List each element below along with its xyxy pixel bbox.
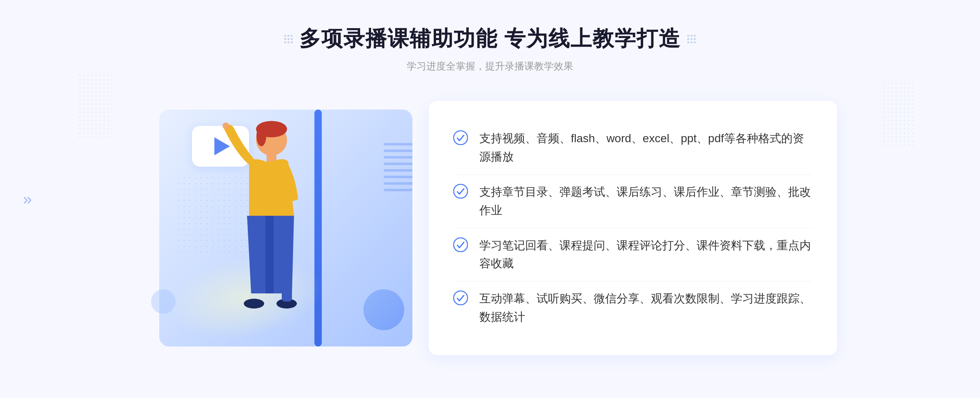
svg-point-11 [454,238,468,252]
svg-point-6 [244,299,264,309]
features-panel: 支持视频、音频、flash、word、excel、ppt、pdf等各种格式的资源… [429,101,837,355]
page-container: 多项录播课辅助功能 专为线上教学打造 学习进度全掌握，提升录播课教学效果 » [0,0,980,398]
feature-text-4: 互动弹幕、试听购买、微信分享、观看次数限制、学习进度跟踪、数据统计 [479,290,813,326]
svg-point-2 [256,126,266,146]
stripe-decoration [384,142,412,191]
svg-point-9 [454,131,468,145]
feature-text-3: 学习笔记回看、课程提问、课程评论打分、课件资料下载，重点内容收藏 [479,237,813,273]
svg-point-10 [454,184,468,198]
feature-item-3: 学习笔记回看、课程提问、课程评论打分、课件资料下载，重点内容收藏 [453,228,813,282]
header-dots-left [284,35,293,43]
svg-point-4 [223,123,229,129]
feature-item-1: 支持视频、音频、flash、word、excel、ppt、pdf等各种格式的资源… [453,121,813,175]
circle-large-deco [363,289,404,330]
check-icon-1 [453,130,468,145]
page-header: 多项录播课辅助功能 专为线上教学打造 学习进度全掌握，提升录播课教学效果 [284,25,696,73]
check-icon-3 [453,237,468,252]
dots-right-deco [882,82,915,147]
check-icon-4 [453,291,468,305]
svg-point-12 [454,291,468,305]
header-dots-right [687,35,696,43]
content-area: 支持视频、音频、flash、word、excel、ppt、pdf等各种格式的资源… [143,93,837,363]
svg-rect-5 [265,216,274,293]
feature-text-2: 支持章节目录、弹题考试、课后练习、课后作业、章节测验、批改作业 [479,183,813,220]
main-title: 多项录播课辅助功能 专为线上教学打造 [299,25,681,53]
check-icon-2 [453,184,468,199]
subtitle: 学习进度全掌握，提升录播课教学效果 [284,60,696,73]
illustration-wrapper [143,93,437,363]
svg-rect-8 [282,269,292,302]
feature-item-4: 互动弹幕、试听购买、微信分享、观看次数限制、学习进度跟踪、数据统计 [453,282,813,335]
left-chevron-icon: » [23,190,32,208]
feature-text-1: 支持视频、音频、flash、word、excel、ppt、pdf等各种格式的资源… [479,130,813,166]
person-illustration [208,118,323,355]
dots-left-deco [78,74,110,139]
feature-item-2: 支持章节目录、弹题考试、课后练习、课后作业、章节测验、批改作业 [453,175,813,228]
